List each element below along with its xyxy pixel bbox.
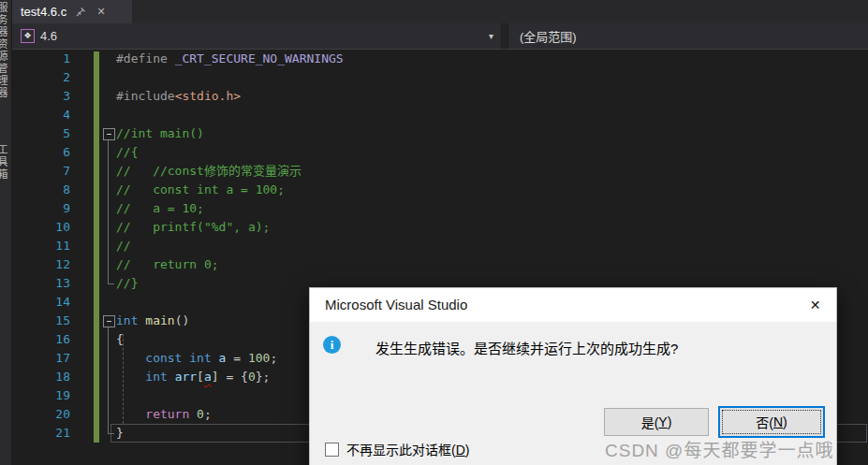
- code-line[interactable]: 7// //const修饰的常变量演示: [11, 162, 868, 181]
- code-line[interactable]: 3#include<stdio.h>: [11, 87, 868, 106]
- dialog-message: 发生生成错误。是否继续并运行上次的成功生成?: [375, 338, 678, 357]
- document-tab-bar: test4.6.c ✕: [12, 0, 868, 23]
- token: // a = 10;: [116, 201, 204, 215]
- glyph-margin: [70, 349, 116, 368]
- glyph-margin: [70, 368, 116, 386]
- code-line[interactable]: 10// printf("%d", a);: [11, 218, 868, 237]
- toolwindow-tab[interactable]: 工具箱: [0, 144, 9, 181]
- glyph-margin: [70, 386, 116, 405]
- line-number: 19: [11, 386, 70, 405]
- code-line[interactable]: 11//: [11, 237, 868, 255]
- token: int: [145, 370, 167, 384]
- chevron-down-icon: ▾: [489, 31, 493, 41]
- glyph-margin: [70, 106, 116, 124]
- token: const: [145, 351, 182, 365]
- token: };: [256, 370, 271, 384]
- code-line[interactable]: 12// return 0;: [11, 255, 868, 274]
- dont-show-again-checkbox[interactable]: [325, 443, 339, 457]
- line-number: 8: [11, 181, 70, 199]
- line-number: 5: [11, 124, 70, 143]
- token: // const int a = 100;: [116, 182, 285, 196]
- code-text: //}: [116, 274, 138, 293]
- code-text: int arr[a] = {0};: [116, 368, 270, 386]
- token: ;: [270, 351, 277, 365]
- dialog-title: Microsoft Visual Studio: [325, 288, 467, 322]
- code-line[interactable]: 5//int main(): [11, 124, 868, 143]
- token: [: [197, 370, 204, 384]
- dont-show-again-label: 不再显示此对话框(D): [346, 440, 469, 458]
- toolwindow-tab[interactable]: 服务器资源管理器: [0, 2, 9, 99]
- code-line[interactable]: 2: [11, 68, 868, 87]
- code-text: // const int a = 100;: [116, 181, 285, 199]
- dialog-titlebar: Microsoft Visual Studio ✕: [310, 288, 836, 322]
- token: ] = {: [212, 370, 248, 384]
- token: }: [116, 426, 124, 440]
- line-number: 11: [11, 237, 70, 255]
- info-icon: i: [323, 336, 341, 354]
- no-button[interactable]: 否(N): [718, 406, 825, 438]
- scope-dropdown[interactable]: (全局范围): [508, 23, 868, 49]
- token: [116, 370, 145, 384]
- token: [189, 407, 197, 421]
- token: [168, 370, 175, 384]
- token: // //const修饰的常变量演示: [116, 164, 302, 178]
- glyph-margin: [70, 255, 116, 274]
- navigation-bar: ❖ 4.6 ▾ (全局范围): [12, 23, 868, 50]
- code-text: #include<stdio.h>: [116, 87, 241, 106]
- token: #define: [116, 51, 175, 65]
- code-text: //: [116, 237, 131, 255]
- line-number: 2: [11, 68, 70, 87]
- glyph-margin: [70, 330, 116, 349]
- code-line[interactable]: 4: [11, 106, 868, 124]
- code-text: #define _CRT_SECURE_NO_WARNINGS: [116, 50, 344, 68]
- fold-collapse-box[interactable]: [103, 315, 115, 327]
- minus-icon: [107, 321, 111, 322]
- pin-icon[interactable]: [74, 6, 87, 19]
- line-number: 21: [11, 424, 70, 443]
- line-number: 17: [11, 349, 70, 368]
- line-number: 16: [11, 330, 70, 349]
- token: //int main(): [116, 126, 204, 140]
- glyph-margin: [70, 274, 116, 293]
- token: _CRT_SECURE_NO_WARNINGS: [175, 51, 344, 65]
- glyph-margin: [70, 405, 116, 424]
- dialog-close-icon[interactable]: ✕: [794, 288, 836, 322]
- glyph-margin: [70, 218, 116, 237]
- line-number: 9: [11, 199, 70, 218]
- token: {: [116, 332, 124, 346]
- line-number: 1: [11, 50, 70, 68]
- line-number: 12: [11, 255, 70, 274]
- line-number: 20: [11, 405, 70, 424]
- line-number: 15: [11, 312, 70, 330]
- token: int: [189, 351, 211, 365]
- line-number: 13: [11, 274, 70, 293]
- token: [116, 407, 145, 421]
- scope-dropdown-value: (全局范围): [520, 27, 577, 45]
- code-text: const int a = 100;: [116, 349, 277, 368]
- token: 0: [248, 370, 256, 384]
- line-number: 10: [11, 218, 70, 237]
- document-tab[interactable]: test4.6.c ✕: [12, 0, 132, 23]
- code-text: // //const修饰的常变量演示: [116, 162, 302, 181]
- token: //: [116, 239, 131, 253]
- code-line[interactable]: 1#define _CRT_SECURE_NO_WARNINGS: [11, 50, 868, 68]
- glyph-margin: [70, 68, 116, 87]
- code-text: int main(): [116, 312, 189, 330]
- yes-button[interactable]: 是(Y): [604, 408, 709, 436]
- code-line[interactable]: 6//{: [11, 143, 868, 162]
- close-icon[interactable]: ✕: [95, 6, 108, 19]
- token: [212, 351, 219, 365]
- code-text: //{: [116, 143, 138, 162]
- code-text: // a = 10;: [116, 199, 204, 218]
- line-number: 4: [11, 106, 70, 124]
- line-number: 14: [11, 293, 70, 312]
- code-line[interactable]: 8// const int a = 100;: [11, 181, 868, 199]
- code-line[interactable]: 9// a = 10;: [11, 199, 868, 218]
- line-number: 6: [11, 143, 70, 162]
- fold-collapse-box[interactable]: [103, 128, 115, 140]
- line-number: 7: [11, 162, 70, 181]
- token: main: [145, 313, 174, 327]
- member-dropdown[interactable]: ❖ 4.6 ▾: [12, 23, 501, 49]
- token: 100: [248, 351, 270, 365]
- member-icon: ❖: [21, 29, 35, 43]
